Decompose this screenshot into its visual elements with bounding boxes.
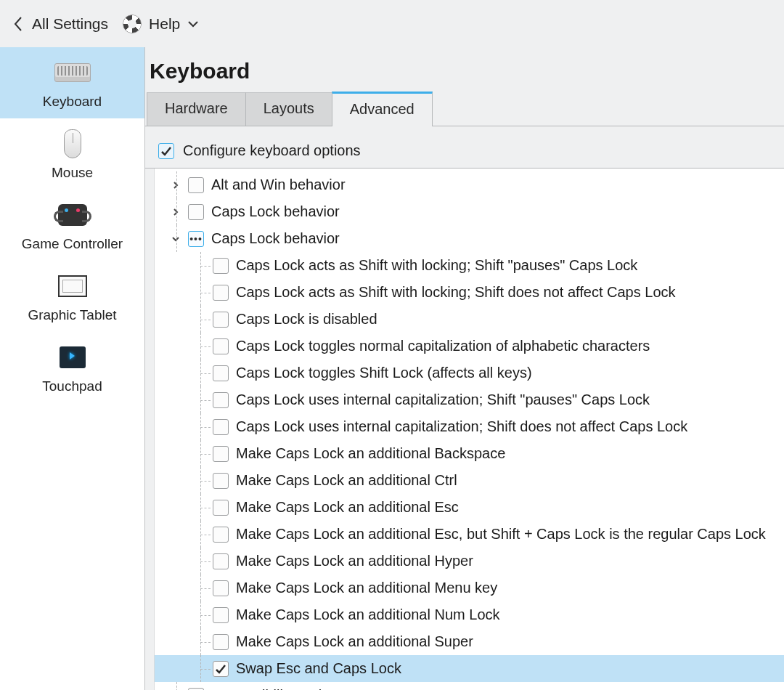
tree-option[interactable]: Caps Lock uses internal capitalization; …: [155, 413, 784, 440]
tree-option-label: Caps Lock toggles normal capitalization …: [236, 338, 650, 354]
tree-group-label: Caps Lock behavior: [211, 203, 340, 220]
expand-icon[interactable]: [169, 179, 182, 192]
tree-option-label: Make Caps Lock an additional Num Lock: [236, 606, 500, 623]
top-toolbar: All Settings Help: [0, 0, 784, 47]
tree-option-label: Swap Esc and Caps Lock: [236, 660, 401, 677]
tree-option-label: Make Caps Lock an additional Esc, but Sh…: [236, 526, 766, 543]
keyboard-icon: [54, 57, 91, 88]
tree-option[interactable]: Make Caps Lock an additional Ctrl: [155, 467, 784, 494]
tree-option[interactable]: Make Caps Lock an additional Esc, but Sh…: [155, 521, 784, 548]
option-checkbox[interactable]: [213, 634, 229, 650]
main-split: Keyboard Mouse Game Controller Graphic T…: [0, 47, 784, 690]
option-checkbox[interactable]: [213, 258, 229, 274]
graphic-tablet-icon: [58, 271, 87, 301]
tree-group-caps1[interactable]: Caps Lock behavior: [155, 198, 784, 225]
tree-group-caps2[interactable]: •••Caps Lock behavior: [155, 225, 784, 252]
tree-option-label: Make Caps Lock an additional Ctrl: [236, 472, 457, 489]
tree-group-label: Compatibility options: [211, 687, 346, 690]
tree-option-label: Make Caps Lock an additional Super: [236, 633, 473, 650]
tree-option[interactable]: Caps Lock is disabled: [155, 306, 784, 333]
content-pane: Keyboard Hardware Layouts Advanced Confi…: [145, 47, 784, 690]
collapse-icon[interactable]: [169, 232, 182, 245]
option-checkbox[interactable]: [188, 688, 204, 691]
tree-option[interactable]: Make Caps Lock an additional Num Lock: [155, 601, 784, 628]
tree-option[interactable]: Make Caps Lock an additional Esc: [155, 494, 784, 521]
tree-option[interactable]: Caps Lock toggles normal capitalization …: [155, 333, 784, 360]
sidebar-item-keyboard[interactable]: Keyboard: [0, 47, 144, 118]
sidebar-item-label: Touchpad: [42, 378, 102, 394]
sidebar-item-mouse[interactable]: Mouse: [0, 118, 144, 190]
content-header: Keyboard Hardware Layouts Advanced: [145, 47, 784, 132]
tree-option[interactable]: Make Caps Lock an additional Super: [155, 628, 784, 655]
tree-option[interactable]: Caps Lock toggles Shift Lock (affects al…: [155, 360, 784, 386]
tree-option[interactable]: Caps Lock acts as Shift with locking; Sh…: [155, 279, 784, 306]
option-checkbox[interactable]: [213, 419, 229, 435]
check-icon: [160, 145, 172, 157]
sidebar-item-label: Graphic Tablet: [28, 307, 116, 323]
tree-option-label: Caps Lock is disabled: [236, 311, 377, 328]
mouse-icon: [64, 129, 81, 159]
expand-icon[interactable]: [169, 206, 182, 219]
tab-bar: Hardware Layouts Advanced: [145, 91, 784, 126]
options-tree[interactable]: Alt and Win behaviorCaps Lock behavior••…: [154, 169, 784, 690]
tab-advanced[interactable]: Advanced: [332, 92, 433, 126]
tab-label: Layouts: [264, 100, 314, 116]
back-label: All Settings: [32, 15, 108, 33]
tree-group-label: Alt and Win behavior: [211, 176, 346, 193]
option-checkbox[interactable]: •••: [188, 231, 204, 247]
configure-checkbox[interactable]: [158, 143, 174, 159]
touchpad-icon: [60, 342, 86, 373]
tree-group-altwin[interactable]: Alt and Win behavior: [155, 171, 784, 198]
tree-option-label: Caps Lock acts as Shift with locking; Sh…: [236, 284, 676, 301]
option-checkbox[interactable]: [213, 392, 229, 408]
tab-layouts[interactable]: Layouts: [245, 92, 332, 126]
option-checkbox[interactable]: [213, 553, 229, 569]
tree-option-label: Make Caps Lock an additional Esc: [236, 499, 459, 516]
sidebar-item-touchpad[interactable]: Touchpad: [0, 332, 144, 403]
help-label: Help: [149, 15, 180, 33]
tab-hardware[interactable]: Hardware: [147, 92, 246, 126]
option-checkbox[interactable]: [213, 527, 229, 543]
option-checkbox[interactable]: [188, 177, 204, 193]
sidebar-item-graphic-tablet[interactable]: Graphic Tablet: [0, 261, 144, 332]
option-checkbox[interactable]: [188, 204, 204, 220]
option-checkbox[interactable]: [213, 580, 229, 596]
option-checkbox[interactable]: [213, 446, 229, 462]
option-checkbox[interactable]: [213, 338, 229, 354]
tree-option[interactable]: Caps Lock acts as Shift with locking; Sh…: [155, 252, 784, 279]
sidebar-item-game-controller[interactable]: Game Controller: [0, 190, 144, 261]
tree-option[interactable]: Make Caps Lock an additional Menu key: [155, 575, 784, 601]
tree-option[interactable]: Make Caps Lock an additional Backspace: [155, 440, 784, 467]
tree-group-label: Caps Lock behavior: [211, 230, 340, 247]
tristate-icon: •••: [189, 234, 203, 244]
gamepad-icon: [58, 200, 87, 230]
chevron-left-icon: [13, 16, 23, 32]
tree-option-label: Caps Lock toggles Shift Lock (affects al…: [236, 365, 532, 381]
sidebar-item-label: Keyboard: [43, 94, 102, 110]
back-all-settings-button[interactable]: All Settings: [13, 15, 108, 33]
configure-keyboard-options-row[interactable]: Configure keyboard options: [145, 132, 784, 169]
option-checkbox[interactable]: [213, 473, 229, 489]
option-checkbox[interactable]: [213, 500, 229, 516]
chevron-down-icon: [187, 20, 199, 28]
option-checkbox[interactable]: [213, 285, 229, 301]
tree-option[interactable]: Caps Lock uses internal capitalization; …: [155, 386, 784, 413]
configure-label: Configure keyboard options: [183, 142, 361, 159]
tree-option-label: Caps Lock uses internal capitalization; …: [236, 391, 650, 408]
option-checkbox[interactable]: [213, 365, 229, 381]
tree-option[interactable]: Swap Esc and Caps Lock: [155, 655, 784, 682]
help-lifering-icon: [123, 15, 142, 33]
tree-option-label: Make Caps Lock an additional Hyper: [236, 553, 473, 569]
option-checkbox[interactable]: [213, 661, 229, 677]
option-checkbox[interactable]: [213, 607, 229, 623]
tree-group-compat[interactable]: Compatibility options: [155, 682, 784, 690]
check-icon: [215, 663, 226, 675]
tab-label: Hardware: [165, 100, 228, 116]
help-menu-button[interactable]: Help: [123, 15, 199, 33]
tree-option[interactable]: Make Caps Lock an additional Hyper: [155, 548, 784, 575]
tree-option-label: Caps Lock acts as Shift with locking; Sh…: [236, 257, 637, 274]
sidebar-item-label: Mouse: [52, 165, 93, 181]
tree-option-label: Caps Lock uses internal capitalization; …: [236, 418, 687, 435]
page-title: Keyboard: [145, 59, 784, 84]
option-checkbox[interactable]: [213, 312, 229, 328]
